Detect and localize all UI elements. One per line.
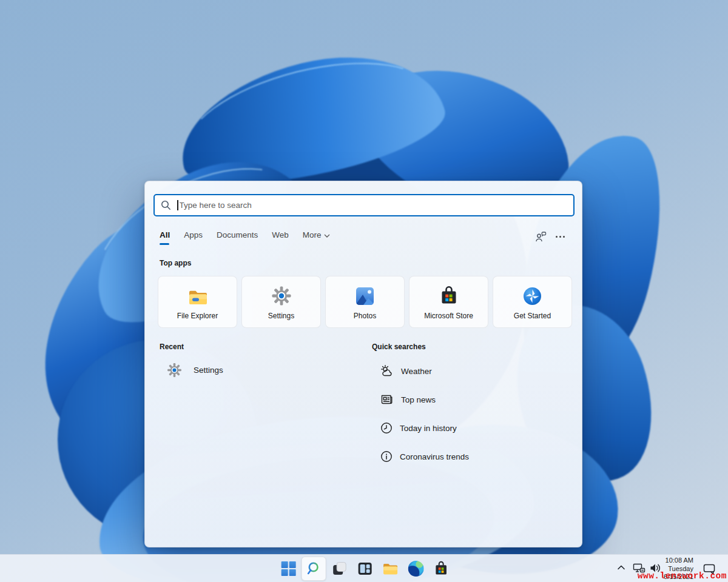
quick-search-coronavirus-trends[interactable]: Coronavirus trends	[380, 449, 469, 464]
tray-chevron-up-icon[interactable]	[616, 563, 626, 572]
quick-search-top-news[interactable]: Top news	[380, 392, 469, 407]
quick-searches-heading: Quick searches	[372, 343, 426, 351]
app-card-photos[interactable]: Photos	[325, 276, 405, 328]
search-filter-tabs: All Apps Documents Web More	[160, 230, 330, 241]
quick-search-label: Weather	[401, 367, 432, 376]
edge-button[interactable]	[403, 557, 428, 581]
history-icon	[380, 421, 393, 435]
search-icon	[161, 200, 171, 210]
search-button[interactable]	[302, 557, 326, 581]
edge-icon	[408, 561, 423, 577]
widgets-button[interactable]	[352, 557, 377, 581]
microsoft-store-icon	[439, 286, 459, 306]
more-options-icon[interactable]	[556, 233, 565, 240]
network-icon[interactable]	[633, 563, 645, 574]
clock-date: 6/15/2021	[664, 573, 693, 581]
quick-search-today-in-history[interactable]: Today in history	[380, 420, 469, 436]
recent-item-settings[interactable]: Settings	[167, 361, 223, 378]
notifications-icon[interactable]	[703, 563, 716, 575]
tab-more[interactable]: More	[303, 230, 330, 241]
photos-icon	[355, 286, 375, 306]
quick-search-weather[interactable]: Weather	[380, 363, 469, 379]
windows-logo-icon	[281, 561, 295, 576]
volume-icon[interactable]	[649, 563, 661, 574]
app-card-label: File Explorer	[177, 312, 218, 320]
settings-icon	[167, 363, 182, 378]
task-view-button[interactable]	[327, 557, 352, 581]
app-card-label: Get Started	[514, 312, 551, 320]
taskbar: 10:08 AM Tuesday 6/15/2021	[0, 554, 728, 582]
chevron-down-icon	[324, 234, 330, 238]
file-explorer-icon	[187, 288, 208, 306]
quick-search-label: Top news	[401, 395, 436, 404]
microsoft-store-icon	[434, 561, 449, 577]
settings-icon	[271, 286, 292, 306]
search-flyout-panel: All Apps Documents Web More Top apps	[144, 181, 582, 547]
app-card-file-explorer[interactable]: File Explorer	[158, 276, 237, 328]
top-apps-heading: Top apps	[160, 259, 191, 267]
app-card-label: Photos	[354, 312, 376, 320]
quick-searches-list: Weather Top news	[380, 363, 469, 477]
app-card-settings[interactable]: Settings	[241, 276, 321, 328]
tab-web[interactable]: Web	[272, 230, 289, 241]
weather-icon	[380, 364, 394, 378]
file-explorer-button[interactable]	[378, 557, 403, 581]
recent-heading: Recent	[160, 343, 184, 351]
account-icon[interactable]	[535, 231, 547, 242]
taskbar-buttons	[276, 557, 454, 581]
recent-item-label: Settings	[194, 366, 223, 375]
quick-search-label: Coronavirus trends	[400, 452, 469, 461]
clock[interactable]: 10:08 AM Tuesday 6/15/2021	[664, 557, 693, 581]
news-icon	[380, 393, 394, 406]
text-caret	[177, 200, 178, 210]
search-input[interactable]	[180, 201, 568, 210]
file-explorer-icon	[382, 561, 399, 576]
info-icon	[380, 450, 393, 463]
search-box[interactable]	[153, 194, 575, 216]
app-card-microsoft-store[interactable]: Microsoft Store	[409, 276, 488, 328]
tab-apps[interactable]: Apps	[184, 230, 203, 241]
store-button[interactable]	[429, 557, 454, 581]
tab-documents[interactable]: Documents	[217, 230, 258, 241]
app-card-label: Settings	[268, 312, 294, 320]
get-started-icon	[522, 286, 542, 306]
app-card-label: Microsoft Store	[424, 312, 473, 320]
start-button[interactable]	[276, 557, 301, 581]
clock-time: 10:08 AM	[664, 557, 693, 565]
app-card-get-started[interactable]: Get Started	[493, 276, 572, 328]
top-apps-cards: File Explorer	[158, 276, 572, 328]
task-view-icon	[331, 561, 347, 577]
widgets-icon	[357, 561, 372, 576]
tab-all[interactable]: All	[160, 230, 170, 241]
clock-day: Tuesday	[664, 565, 693, 574]
quick-search-label: Today in history	[400, 424, 457, 433]
search-taskbar-icon	[306, 561, 322, 577]
